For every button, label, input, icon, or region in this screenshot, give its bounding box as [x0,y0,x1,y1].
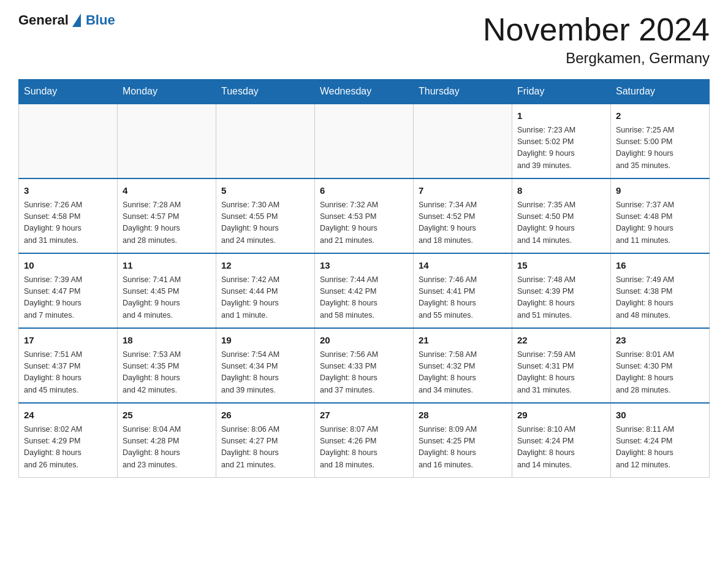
day-info: Sunrise: 7:46 AMSunset: 4:41 PMDaylight:… [419,274,507,322]
calendar-cell: 11Sunrise: 7:41 AMSunset: 4:45 PMDayligh… [118,253,216,328]
day-info: Sunrise: 7:49 AMSunset: 4:38 PMDaylight:… [616,274,704,322]
day-number: 2 [616,109,704,123]
day-number: 16 [616,259,704,273]
calendar-cell: 7Sunrise: 7:34 AMSunset: 4:52 PMDaylight… [414,178,512,253]
title-block: November 2024 Bergkamen, Germany [483,12,710,67]
calendar-cell: 5Sunrise: 7:30 AMSunset: 4:55 PMDaylight… [216,178,315,253]
calendar-cell: 4Sunrise: 7:28 AMSunset: 4:57 PMDaylight… [118,178,216,253]
calendar-cell: 2Sunrise: 7:25 AMSunset: 5:00 PMDaylight… [611,104,710,178]
calendar-table: SundayMondayTuesdayWednesdayThursdayFrid… [18,79,710,478]
day-number: 17 [24,334,112,348]
day-info: Sunrise: 8:09 AMSunset: 4:25 PMDaylight:… [419,424,507,472]
day-info: Sunrise: 8:10 AMSunset: 4:24 PMDaylight:… [517,424,605,472]
day-number: 27 [320,408,408,423]
day-info: Sunrise: 7:26 AMSunset: 4:58 PMDaylight:… [24,199,112,247]
weekday-header-monday: Monday [118,80,216,104]
calendar-cell [315,104,414,178]
week-row-1: 1Sunrise: 7:23 AMSunset: 5:02 PMDaylight… [19,104,710,178]
weekday-header-row: SundayMondayTuesdayWednesdayThursdayFrid… [19,80,710,104]
day-number: 9 [616,184,704,198]
calendar-cell: 22Sunrise: 7:59 AMSunset: 4:31 PMDayligh… [512,328,611,403]
calendar-cell: 6Sunrise: 7:32 AMSunset: 4:53 PMDaylight… [315,178,414,253]
day-info: Sunrise: 7:35 AMSunset: 4:50 PMDaylight:… [517,199,605,247]
day-info: Sunrise: 7:44 AMSunset: 4:42 PMDaylight:… [320,274,408,322]
day-info: Sunrise: 7:59 AMSunset: 4:31 PMDaylight:… [517,349,605,397]
calendar-cell: 24Sunrise: 8:02 AMSunset: 4:29 PMDayligh… [19,403,118,478]
logo-general-text: General [18,12,69,28]
calendar-cell: 14Sunrise: 7:46 AMSunset: 4:41 PMDayligh… [414,253,512,328]
day-number: 12 [221,259,309,273]
day-number: 19 [221,334,309,348]
day-info: Sunrise: 7:30 AMSunset: 4:55 PMDaylight:… [221,199,309,247]
day-number: 3 [24,184,112,198]
calendar-cell: 10Sunrise: 7:39 AMSunset: 4:47 PMDayligh… [19,253,118,328]
day-number: 21 [419,334,507,348]
logo: General Blue [18,12,115,28]
day-number: 22 [517,334,605,348]
weekday-header-wednesday: Wednesday [315,80,414,104]
page-header: General Blue November 2024 Bergkamen, Ge… [18,12,710,67]
calendar-cell [216,104,315,178]
day-info: Sunrise: 7:23 AMSunset: 5:02 PMDaylight:… [517,124,605,172]
location-title: Bergkamen, Germany [483,50,710,67]
logo-blue-text: Blue [86,12,115,28]
calendar-cell: 13Sunrise: 7:44 AMSunset: 4:42 PMDayligh… [315,253,414,328]
week-row-2: 3Sunrise: 7:26 AMSunset: 4:58 PMDaylight… [19,178,710,253]
week-row-5: 24Sunrise: 8:02 AMSunset: 4:29 PMDayligh… [19,403,710,478]
calendar-cell: 28Sunrise: 8:09 AMSunset: 4:25 PMDayligh… [414,403,512,478]
day-number: 4 [123,184,211,198]
calendar-cell: 15Sunrise: 7:48 AMSunset: 4:39 PMDayligh… [512,253,611,328]
day-number: 20 [320,334,408,348]
day-number: 10 [24,259,112,273]
day-info: Sunrise: 7:25 AMSunset: 5:00 PMDaylight:… [616,124,704,172]
week-row-3: 10Sunrise: 7:39 AMSunset: 4:47 PMDayligh… [19,253,710,328]
logo-triangle-icon [72,13,81,27]
week-row-4: 17Sunrise: 7:51 AMSunset: 4:37 PMDayligh… [19,328,710,403]
day-number: 29 [517,408,605,423]
calendar-cell: 1Sunrise: 7:23 AMSunset: 5:02 PMDaylight… [512,104,611,178]
day-info: Sunrise: 7:58 AMSunset: 4:32 PMDaylight:… [419,349,507,397]
weekday-header-friday: Friday [512,80,611,104]
calendar-cell: 26Sunrise: 8:06 AMSunset: 4:27 PMDayligh… [216,403,315,478]
day-number: 7 [419,184,507,198]
weekday-header-tuesday: Tuesday [216,80,315,104]
day-info: Sunrise: 7:53 AMSunset: 4:35 PMDaylight:… [123,349,211,397]
weekday-header-thursday: Thursday [414,80,512,104]
day-info: Sunrise: 7:34 AMSunset: 4:52 PMDaylight:… [419,199,507,247]
calendar-cell [19,104,118,178]
day-number: 24 [24,408,112,423]
calendar-cell: 18Sunrise: 7:53 AMSunset: 4:35 PMDayligh… [118,328,216,403]
day-number: 18 [123,334,211,348]
day-number: 23 [616,334,704,348]
day-number: 1 [517,109,605,123]
day-number: 14 [419,259,507,273]
calendar-cell: 20Sunrise: 7:56 AMSunset: 4:33 PMDayligh… [315,328,414,403]
weekday-header-sunday: Sunday [19,80,118,104]
day-info: Sunrise: 7:37 AMSunset: 4:48 PMDaylight:… [616,199,704,247]
day-number: 30 [616,408,704,423]
day-info: Sunrise: 8:02 AMSunset: 4:29 PMDaylight:… [24,424,112,472]
calendar-cell: 17Sunrise: 7:51 AMSunset: 4:37 PMDayligh… [19,328,118,403]
day-info: Sunrise: 8:01 AMSunset: 4:30 PMDaylight:… [616,349,704,397]
calendar-cell: 19Sunrise: 7:54 AMSunset: 4:34 PMDayligh… [216,328,315,403]
day-info: Sunrise: 7:41 AMSunset: 4:45 PMDaylight:… [123,274,211,322]
day-info: Sunrise: 7:32 AMSunset: 4:53 PMDaylight:… [320,199,408,247]
day-info: Sunrise: 7:42 AMSunset: 4:44 PMDaylight:… [221,274,309,322]
weekday-header-saturday: Saturday [611,80,710,104]
calendar-cell: 23Sunrise: 8:01 AMSunset: 4:30 PMDayligh… [611,328,710,403]
day-info: Sunrise: 8:07 AMSunset: 4:26 PMDaylight:… [320,424,408,472]
day-info: Sunrise: 8:04 AMSunset: 4:28 PMDaylight:… [123,424,211,472]
day-number: 13 [320,259,408,273]
day-info: Sunrise: 7:51 AMSunset: 4:37 PMDaylight:… [24,349,112,397]
day-info: Sunrise: 7:28 AMSunset: 4:57 PMDaylight:… [123,199,211,247]
month-title: November 2024 [483,12,710,47]
day-number: 25 [123,408,211,423]
calendar-cell: 30Sunrise: 8:11 AMSunset: 4:24 PMDayligh… [611,403,710,478]
calendar-cell [118,104,216,178]
day-number: 6 [320,184,408,198]
day-info: Sunrise: 8:11 AMSunset: 4:24 PMDaylight:… [616,424,704,472]
day-info: Sunrise: 7:54 AMSunset: 4:34 PMDaylight:… [221,349,309,397]
day-number: 11 [123,259,211,273]
calendar-cell: 25Sunrise: 8:04 AMSunset: 4:28 PMDayligh… [118,403,216,478]
calendar-cell: 16Sunrise: 7:49 AMSunset: 4:38 PMDayligh… [611,253,710,328]
